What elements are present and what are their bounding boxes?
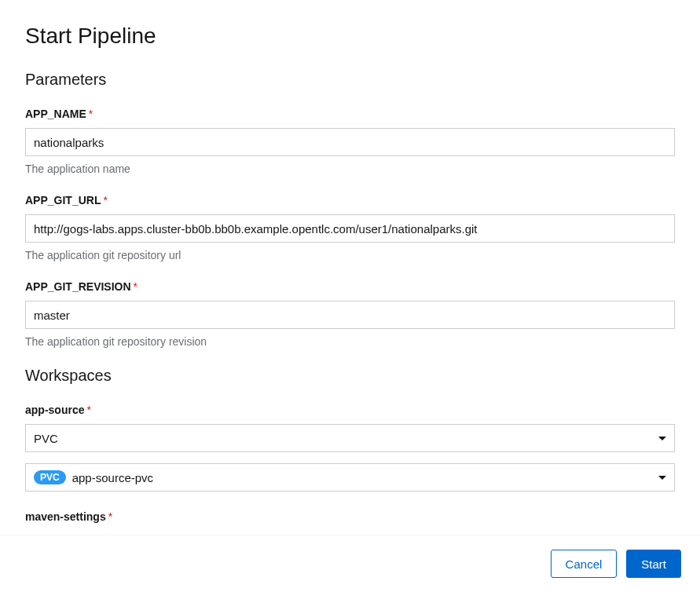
param-app-git-revision: APP_GIT_REVISION* The application git re… — [25, 280, 675, 348]
pvc-badge: PVC — [34, 470, 66, 484]
workspace-maven-settings: maven-settings* — [25, 510, 675, 523]
parameters-heading: Parameters — [25, 71, 675, 89]
app-git-url-label: APP_GIT_URL* — [25, 194, 675, 206]
label-text: APP_GIT_URL — [25, 194, 101, 206]
app-git-url-help: The application git repository url — [25, 249, 675, 261]
select-value: PVC — [34, 432, 658, 445]
label-text: APP_GIT_REVISION — [25, 280, 131, 293]
label-text: APP_NAME — [25, 108, 86, 120]
app-git-revision-help: The application git repository revision — [25, 335, 675, 348]
required-star: * — [86, 404, 90, 416]
app-name-label: APP_NAME* — [25, 108, 675, 120]
required-star: * — [108, 510, 112, 523]
workspace-app-source: app-source* PVC PVC app-source-pvc — [25, 404, 675, 492]
app-name-help: The application name — [25, 163, 675, 175]
app-git-revision-input[interactable] — [25, 301, 675, 329]
start-button[interactable]: Start — [626, 550, 681, 578]
label-text: maven-settings — [25, 510, 106, 523]
app-source-type-select[interactable]: PVC — [25, 424, 675, 452]
required-star: * — [103, 194, 107, 206]
label-text: app-source — [25, 404, 84, 416]
required-star: * — [134, 280, 137, 293]
dialog-footer: Cancel Start — [0, 535, 700, 592]
page-title: Start Pipeline — [25, 24, 675, 49]
param-app-git-url: APP_GIT_URL* The application git reposit… — [25, 194, 675, 261]
app-git-revision-label: APP_GIT_REVISION* — [25, 280, 675, 293]
pvc-name: app-source-pvc — [72, 471, 153, 484]
required-star: * — [89, 108, 93, 120]
app-source-pvc-select[interactable]: PVC app-source-pvc — [25, 463, 675, 492]
cancel-button[interactable]: Cancel — [551, 550, 618, 578]
app-name-input[interactable] — [25, 128, 675, 156]
select-value: PVC app-source-pvc — [34, 470, 658, 484]
param-app-name: APP_NAME* The application name — [25, 108, 675, 175]
caret-down-icon — [658, 437, 666, 440]
app-source-label: app-source* — [25, 404, 675, 416]
dialog-content[interactable]: Start Pipeline Parameters APP_NAME* The … — [0, 0, 700, 529]
caret-down-icon — [658, 476, 666, 480]
app-git-url-input[interactable] — [25, 214, 675, 243]
maven-settings-label: maven-settings* — [25, 510, 675, 523]
workspaces-heading: Workspaces — [25, 367, 675, 385]
